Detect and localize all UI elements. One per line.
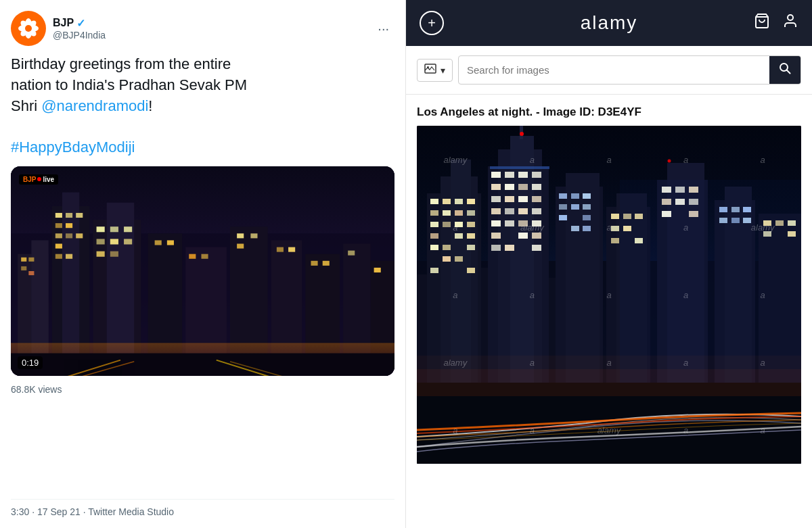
svg-rect-98 [443,222,451,227]
search-button[interactable] [769,56,800,84]
alamy-plus-button[interactable]: + [420,11,444,35]
svg-rect-95 [455,210,463,216]
svg-rect-52 [237,233,244,238]
svg-rect-34 [110,226,118,232]
alamy-logo[interactable]: alamy [581,12,638,34]
svg-rect-105 [443,245,451,250]
svg-rect-60 [374,268,381,272]
svg-rect-106 [467,245,475,250]
twitter-panel: BJP ✓ @BJP4India ··· Birthday greetings … [0,0,406,528]
svg-rect-121 [518,184,528,190]
svg-rect-151 [571,193,579,199]
avatar [11,11,46,46]
svg-point-70 [427,66,429,68]
svg-rect-39 [97,251,105,257]
svg-rect-38 [124,239,132,244]
svg-rect-36 [97,239,105,244]
svg-rect-135 [491,233,501,239]
svg-rect-120 [505,184,514,190]
svg-rect-115 [491,172,501,178]
search-input[interactable] [459,59,769,81]
svg-rect-55 [277,247,284,252]
svg-rect-96 [467,210,475,216]
svg-rect-155 [583,204,591,210]
svg-rect-21 [66,213,72,218]
svg-rect-53 [250,233,257,238]
svg-rect-93 [430,210,438,216]
svg-rect-153 [559,204,567,210]
svg-rect-118 [532,172,541,178]
verified-icon: ✓ [76,17,85,30]
svg-rect-125 [518,196,528,202]
svg-rect-109 [430,268,438,273]
svg-rect-101 [430,233,438,239]
svg-rect-58 [323,261,330,266]
svg-rect-94 [443,210,451,216]
svg-rect-25 [55,233,62,238]
alamy-panel: + alamy [406,0,812,528]
svg-rect-17 [28,271,34,275]
svg-rect-56 [288,247,295,252]
svg-rect-123 [491,196,501,202]
svg-rect-48 [155,240,162,245]
svg-rect-100 [467,222,475,227]
svg-rect-59 [348,251,355,256]
hashtag-link[interactable]: #HappyBdayModiji [11,139,135,155]
svg-rect-152 [583,193,591,199]
svg-rect-57 [311,261,317,266]
svg-rect-159 [583,226,591,231]
alamy-nav-left: + [420,11,444,35]
svg-rect-127 [491,208,501,214]
svg-rect-150 [559,193,567,199]
video-duration: 0:19 [18,356,43,369]
svg-rect-27 [76,233,83,238]
svg-rect-163 [611,226,619,231]
svg-rect-129 [518,208,528,214]
la-skyline-svg [417,126,801,464]
live-dot [37,177,41,181]
svg-rect-140 [532,245,541,251]
tweet-header-left: BJP ✓ @BJP4India [11,11,106,46]
svg-rect-97 [430,222,438,227]
cart-icon[interactable] [754,13,770,33]
svg-rect-157 [583,215,591,220]
svg-rect-49 [167,240,174,245]
svg-rect-14 [21,258,26,262]
svg-rect-33 [97,226,105,232]
svg-rect-30 [66,254,72,259]
tweet-header: BJP ✓ @BJP4India ··· [11,11,394,46]
user-info: BJP ✓ @BJP4India [53,17,106,41]
user-icon[interactable] [782,13,798,33]
svg-rect-22 [76,213,83,218]
bjp-logo [15,15,42,42]
svg-rect-156 [559,215,567,220]
svg-rect-154 [571,204,579,210]
svg-rect-16 [21,266,26,270]
image-title: Los Angeles at night. - Image ID: D3E4YF [406,95,812,126]
svg-rect-28 [55,243,62,248]
svg-rect-29 [55,254,62,259]
svg-rect-50 [189,254,196,259]
search-type-selector[interactable]: ▾ [417,59,453,82]
svg-rect-90 [443,199,451,204]
mention-link[interactable]: @narendramodi [41,97,148,114]
svg-line-72 [787,70,790,74]
svg-rect-103 [467,233,475,239]
svg-rect-24 [66,223,72,228]
svg-rect-136 [518,233,528,239]
tweet-footer: 3:30 · 17 Sep 21 · Twitter Media Studio [11,499,394,517]
svg-rect-132 [505,220,514,226]
chevron-down-icon: ▾ [441,65,445,76]
svg-rect-20 [55,213,62,218]
svg-rect-35 [124,226,132,232]
svg-rect-62 [11,353,394,376]
more-options-button[interactable]: ··· [372,18,394,39]
svg-rect-99 [455,222,463,227]
svg-rect-122 [532,184,541,190]
svg-point-68 [788,15,793,20]
alamy-search-bar: ▾ [406,46,812,95]
search-input-wrapper [458,55,801,85]
tweet-video[interactable]: BJPlive 0:19 [11,166,394,376]
alamy-stock-image[interactable]: alamy a a a a a alamy a a alamy a a a a … [417,126,801,464]
svg-rect-89 [430,199,438,204]
